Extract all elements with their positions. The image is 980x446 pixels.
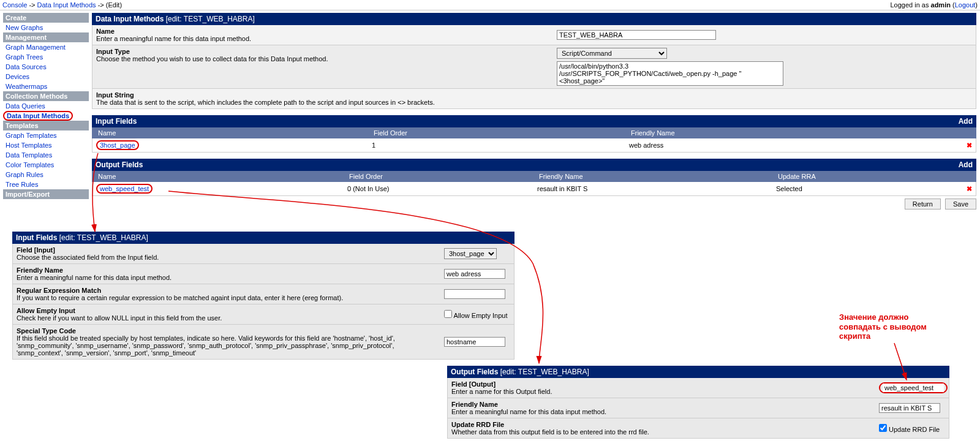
save-button[interactable]: Save [945,198,976,210]
if-row-delete[interactable]: ✖ [967,142,972,149]
user: admin [931,1,951,9]
sidebar-graph-rules[interactable]: Graph Rules [3,170,89,180]
sidebar-color-templates[interactable]: Color Templates [3,160,89,170]
string-hint: The data that is sent to the script, whi… [96,99,435,106]
name-input[interactable] [557,30,716,40]
type-label: Input Type [96,48,549,55]
bc-dim[interactable]: Data Input Methods [37,1,96,9]
sidebar-data-queries[interactable]: Data Queries [3,101,89,111]
main: Data Input Methods [edit: TEST_WEB_HABRA… [92,13,976,212]
of-row-name[interactable]: web_speed_test [100,185,149,192]
sidebar-data-templates[interactable]: Data Templates [3,150,89,160]
sidebar-new-graphs[interactable]: New Graphs [3,23,89,32]
output-fields-add[interactable]: Add [959,161,973,169]
breadcrumb: Console -> Data Input Methods -> (Edit) … [0,0,980,10]
of-row: web_speed_test 0 (Not In Use) resault in… [92,182,976,196]
side-sec-management: Management [3,32,89,42]
of-row-friendly: resault in KBIT S [537,185,776,192]
side-sec-templates: Templates [3,121,89,130]
sidebar-data-sources[interactable]: Data Sources [3,62,89,72]
input-fields-header: Input Fields Add [92,115,976,127]
of-col-order: Field Order [347,173,537,180]
dim-title: Data Input Methods [96,15,164,23]
sidebar-host-templates[interactable]: Host Templates [3,140,89,150]
sidebar-tree-rules[interactable]: Tree Rules [3,180,89,189]
of-header-row: Name Field Order Friendly Name Update RR… [92,171,976,182]
if-row-friendly: web adress [629,142,967,149]
sidebar-graph-management[interactable]: Graph Management [3,42,89,52]
side-sec-collection: Collection Methods [3,91,89,101]
if-row: 3host_page 1 web adress ✖ [92,138,976,153]
if-title: Input Fields [96,117,137,126]
sidebar: Create New Graphs Management Graph Manag… [3,13,89,199]
logged-in-text: Logged in as [890,1,929,9]
sidebar-data-input-methods[interactable]: Data Input Methods [7,112,69,119]
name-hint: Enter a meaningful name for this data in… [96,35,251,42]
string-label: Input String [96,91,549,99]
bc-console[interactable]: Console [2,1,27,9]
side-sec-import-export: Import/Export [3,189,89,199]
return-button[interactable]: Return [905,198,941,210]
input-fields-add[interactable]: Add [959,117,973,126]
if-header-row: Name Field Order Friendly Name [92,127,976,138]
dim-edit-suffix: [edit: TEST_WEB_HABRA] [166,15,255,23]
of-col-name: Name [96,173,347,180]
of-col-friendly: Friendly Name [537,173,775,180]
input-string-textarea[interactable]: /usr/local/bin/python3.3 /usr/SCRIPTS_FO… [557,61,783,86]
button-row: Return Save [92,196,976,212]
sidebar-graph-templates[interactable]: Graph Templates [3,130,89,140]
if-col-name: Name [96,129,371,137]
sidebar-graph-trees[interactable]: Graph Trees [3,52,89,62]
type-select[interactable]: Script/Command [557,48,667,59]
sidebar-devices[interactable]: Devices [3,72,89,81]
name-label: Name [96,28,549,35]
if-col-order: Field Order [371,129,628,137]
type-hint: Choose the method you wish to use to col… [96,55,328,62]
bc-edit: (Edit) [106,1,122,9]
of-row-order: 0 (Not In Use) [347,185,537,192]
sidebar-weathermaps[interactable]: Weathermaps [3,81,89,91]
if-row-order: 1 [372,142,629,149]
side-sec-create: Create [3,13,89,23]
of-row-delete[interactable]: ✖ [967,185,972,193]
if-row-name[interactable]: 3host_page [100,142,135,149]
of-title: Output Fields [96,161,143,169]
logout-link[interactable]: Logout [955,1,976,9]
of-col-rra: Update RRA [775,173,973,180]
output-fields-header: Output Fields Add [92,159,976,171]
of-row-rra: Selected [776,185,967,192]
dim-header: Data Input Methods [edit: TEST_WEB_HABRA… [92,13,976,25]
if-col-friendly: Friendly Name [628,129,973,137]
